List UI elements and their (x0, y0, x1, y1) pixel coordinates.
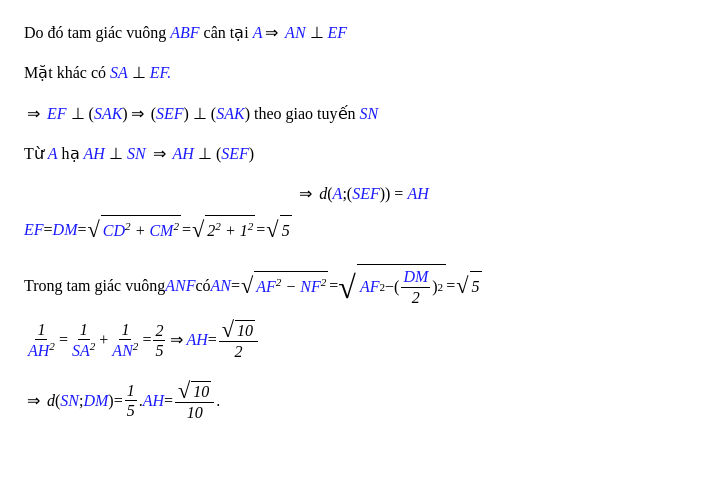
plus2: + (99, 325, 108, 355)
eq2: = (44, 215, 53, 245)
eq7: = (329, 271, 338, 301)
numer-1a: 1 (35, 320, 47, 340)
eq9: = (59, 325, 68, 355)
sqrt-10: √ 10 (222, 319, 255, 341)
numer-1d: 1 (125, 381, 137, 401)
sup-6: 2 (276, 276, 282, 288)
eq6: = (231, 271, 240, 301)
eq11: = (208, 325, 217, 355)
text-A: A (253, 24, 263, 41)
fraction-1-AH2: 1 AH2 (26, 320, 57, 361)
sup-5: 2 (248, 220, 254, 232)
sqrt-symbol-7: √ (178, 380, 190, 402)
text-SEF2: SEF (221, 145, 249, 162)
text-EF4: EF (24, 215, 44, 245)
big-sqrt-symbol: √ (338, 271, 356, 303)
arrow-1: ⇒ (265, 24, 278, 41)
paren-SEF2-close: ) (249, 145, 254, 162)
text-DM2: DM (83, 386, 108, 416)
plus1: + (135, 222, 150, 239)
text-SN: SN (360, 105, 379, 122)
sqrt-symbol-1: √ (88, 219, 100, 241)
eq5: = (256, 215, 265, 245)
text-AH3: AH (407, 180, 428, 207)
numer-2: 2 (153, 321, 165, 341)
line-7: Trong tam giác vuông ANF có AN = √ AF2 −… (24, 264, 701, 308)
perp-1: ⊥ (306, 24, 328, 41)
fraction-1-5: 1 5 (125, 381, 137, 420)
text-EF3: EF (43, 105, 67, 122)
paren-SAK-close: ) (122, 105, 127, 122)
arrow-7: ⇒ (27, 386, 40, 416)
eq10: = (142, 325, 151, 355)
big-sqrt-complex: √ AF2 − ( DM 2 ) 2 (338, 264, 446, 308)
big-sqrt-inner: AF2 − ( DM 2 ) 2 (357, 264, 446, 308)
sqrt-5: √ 5 (266, 215, 291, 246)
line-2: Mặt khác có SA ⊥ EF. (24, 58, 701, 88)
text-EF: EF (328, 24, 348, 41)
denom-AH2: AH2 (26, 340, 57, 361)
sqrt-10b: √ 10 (178, 380, 211, 402)
sqrt-CD2-CM2: √ CD2 + CM2 (88, 215, 182, 247)
minus2: − (385, 272, 394, 302)
eq1: = (390, 180, 407, 207)
text-d-SNDM: d (43, 386, 55, 416)
text-SA-perp-EF: SA (110, 64, 128, 81)
sqrt-content-1: CD2 + CM2 (101, 215, 181, 247)
text-CM2: CM (149, 222, 173, 239)
text-ABF: ABF (170, 24, 199, 41)
sqrt-symbol-4: √ (241, 275, 253, 297)
fraction-1-AN2: 1 AN2 (110, 320, 140, 361)
denom-SA2: SA2 (70, 340, 97, 361)
denom-5: 5 (153, 341, 165, 360)
text-AH5: AH (143, 386, 164, 416)
numer-sqrt10: √ 10 (219, 319, 258, 343)
sqrt-content-2: 22 + 12 (205, 215, 255, 247)
sqrt-content-4: AF2 − NF2 (254, 271, 328, 303)
sqrt-content-7: 10 (191, 381, 211, 401)
eq13: = (164, 386, 173, 416)
line-9: ⇒ d ( SN ; DM ) = 1 5 . AH = √ 10 10 . (24, 380, 701, 423)
sup-2: 2 (125, 220, 131, 232)
fraction-numer-DM: DM (401, 267, 430, 287)
text-AF2b: AF (360, 272, 380, 302)
text-AF2: AF (256, 278, 276, 295)
fraction-2-5: 2 5 (153, 321, 165, 360)
fraction-DM-2: DM 2 (401, 267, 430, 306)
text-do-do: Do đó tam giác vuông (24, 24, 170, 41)
sqrt-symbol-6: √ (222, 319, 234, 341)
sup-4: 2 (215, 220, 221, 232)
perp-3: ⊥ (67, 105, 89, 122)
text-AH4: AH (186, 325, 207, 355)
text-SAK: SAK (94, 105, 122, 122)
perp-4: ⊥ (189, 105, 211, 122)
period: . (216, 386, 220, 416)
sqrt-AF2-NF2: √ AF2 − NF2 (241, 271, 328, 303)
sqrt-content-5: 5 (470, 271, 482, 302)
arrow-6: ⇒ (170, 325, 183, 355)
denom-2b: 2 (232, 342, 244, 361)
text-theo: theo giao tuyến (250, 105, 360, 122)
numer-1c: 1 (119, 320, 131, 340)
denom-10: 10 (185, 403, 205, 422)
text-CD2: CD (103, 222, 125, 239)
arrow-4: ⇒ (149, 145, 170, 162)
text-co: có (195, 271, 210, 301)
denom-AN2: AN2 (110, 340, 140, 361)
sqrt-content-3: 5 (280, 215, 292, 246)
sup-7: 2 (321, 276, 327, 288)
text-AN2: AN (211, 271, 231, 301)
sup-3: 2 (173, 220, 179, 232)
line-8: 1 AH2 = 1 SA2 + 1 AN2 = 2 5 ⇒ AH = √ 10 … (24, 319, 701, 362)
eq12: = (114, 386, 123, 416)
text-SEF: SEF (156, 105, 184, 122)
text-d-ASEF: d (315, 180, 327, 207)
paren-frac-open: ( (394, 272, 399, 302)
sqrt-5b: √ 5 (456, 271, 481, 302)
eq3: = (77, 215, 86, 245)
text-SEF3: SEF (352, 180, 380, 207)
paren-SEF-open: ( (147, 105, 156, 122)
arrow-5: ⇒ (299, 180, 312, 207)
numer-sqrt10b: √ 10 (175, 380, 214, 404)
text-DM: DM (53, 215, 78, 245)
